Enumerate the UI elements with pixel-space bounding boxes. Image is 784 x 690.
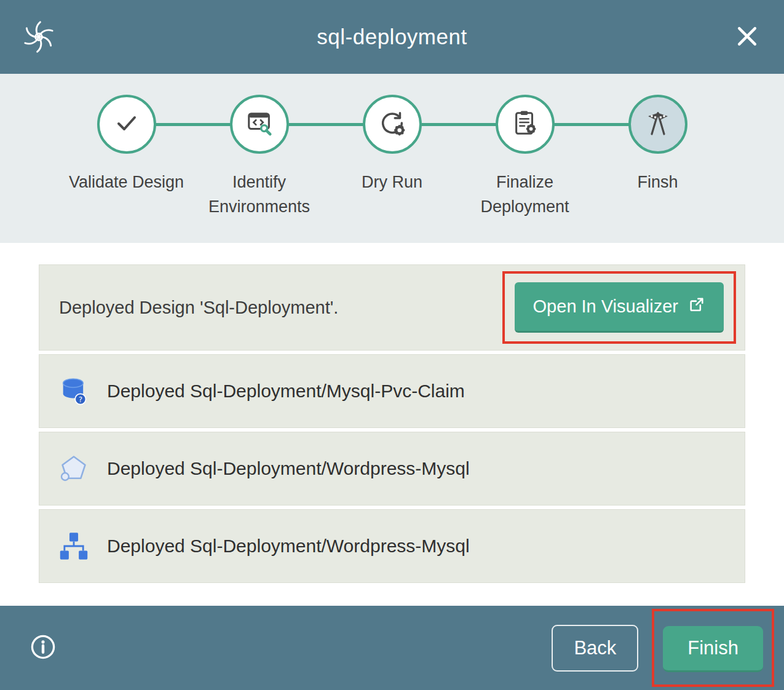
- open-in-visualizer-button[interactable]: Open In Visualizer: [515, 282, 724, 333]
- deployment-result-row: Deployed Sql-Deployment/Wordpress-Mysql: [39, 509, 745, 583]
- step-circle-identify-environments[interactable]: [230, 95, 289, 154]
- back-button[interactable]: Back: [552, 625, 638, 672]
- step-label: Identify Environments: [198, 170, 321, 219]
- deployment-result-text: Deployed Sql-Deployment/Wordpress-Mysql: [107, 458, 470, 479]
- close-icon: [734, 23, 761, 52]
- finish-flags-icon: [643, 108, 673, 140]
- visualizer-highlight-box: Open In Visualizer: [502, 271, 736, 344]
- svg-text:?: ?: [79, 395, 82, 404]
- step-label: Finalize Deployment: [464, 170, 587, 219]
- step-circle-validate-design[interactable]: [97, 95, 156, 154]
- deployment-summary-text: Deployed Design 'Sql-Deployment'.: [59, 298, 338, 318]
- dialog-footer: Back Finish: [0, 606, 784, 690]
- step-dry-run: Dry Run: [326, 95, 459, 219]
- step-identify-environments: Identify Environments: [193, 95, 326, 219]
- step-circle-finalize-deployment[interactable]: [496, 95, 555, 154]
- deployment-result-text: Deployed Sql-Deployment/Wordpress-Mysql: [107, 536, 470, 557]
- dialog-title: sql-deployment: [0, 25, 784, 49]
- step-label: Finsh: [637, 170, 678, 194]
- deployment-results: Deployed Design 'Sql-Deployment'. Open I…: [0, 243, 784, 606]
- step-finalize-deployment: Finalize Deployment: [459, 95, 592, 219]
- clipboard-gear-icon: [511, 109, 539, 140]
- pentagon-service-icon: [58, 453, 90, 485]
- deployment-result-text: Deployed Sql-Deployment/Mysql-Pvc-Claim: [107, 381, 465, 402]
- hierarchy-icon: [58, 530, 90, 562]
- external-link-icon: [688, 296, 705, 317]
- step-label: Dry Run: [362, 170, 422, 194]
- info-icon: [30, 633, 57, 662]
- deployment-result-row: Deployed Sql-Deployment/Wordpress-Mysql: [39, 432, 745, 506]
- step-circle-finish[interactable]: [628, 95, 687, 154]
- wizard-stepper: Validate Design Identify Environments: [0, 74, 784, 243]
- finish-button[interactable]: Finish: [663, 626, 763, 672]
- database-icon: ?: [58, 375, 90, 407]
- step-label: Validate Design: [69, 170, 184, 194]
- code-environment-icon: [245, 109, 274, 140]
- dry-run-icon: [378, 109, 406, 140]
- open-in-visualizer-label: Open In Visualizer: [533, 296, 678, 317]
- check-icon: [112, 108, 141, 140]
- dialog-header: sql-deployment: [0, 0, 784, 74]
- info-button[interactable]: [28, 633, 58, 663]
- step-circle-dry-run[interactable]: [363, 95, 422, 154]
- deployment-summary-row: Deployed Design 'Sql-Deployment'. Open I…: [39, 264, 745, 351]
- finish-highlight-box: Finish: [652, 609, 774, 687]
- step-finish: Finsh: [592, 95, 724, 219]
- deployment-result-row: ? Deployed Sql-Deployment/Mysql-Pvc-Clai…: [39, 354, 745, 428]
- close-button[interactable]: [731, 21, 763, 53]
- step-validate-design: Validate Design: [60, 95, 193, 219]
- app-logo-icon: [21, 19, 57, 55]
